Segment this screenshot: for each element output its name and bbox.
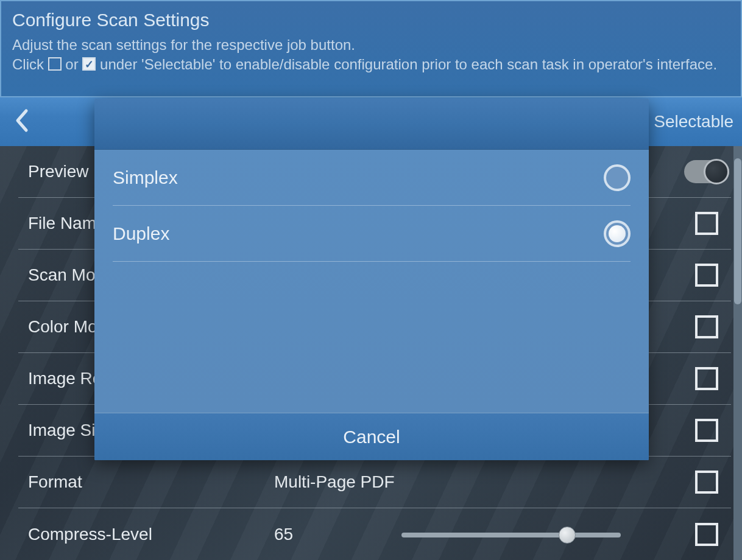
selectable-checkbox[interactable]: [695, 523, 718, 546]
option-simplex[interactable]: Simplex: [113, 150, 631, 206]
toggle-knob-icon: [704, 159, 729, 184]
scrollbar-thumb[interactable]: [734, 158, 741, 304]
selectable-checkbox[interactable]: [695, 419, 718, 442]
modal-header: [94, 99, 649, 150]
checked-checkbox-icon: [82, 57, 96, 71]
header-panel: Configure Scan Settings Adjust the scan …: [0, 0, 742, 97]
cancel-button[interactable]: Cancel: [343, 427, 400, 447]
header-line2-pre: Click: [12, 56, 48, 72]
selectable-checkbox[interactable]: [695, 264, 718, 287]
header-line2-post: under 'Selectable' to enable/disable con…: [100, 56, 717, 72]
header-subtitle-2: Click or under 'Selectable' to enable/di…: [12, 55, 730, 74]
option-label: Simplex: [113, 167, 604, 188]
back-button[interactable]: [0, 108, 43, 135]
selectable-checkbox[interactable]: [695, 471, 718, 494]
row-label: Format: [18, 472, 274, 492]
row-compress-level[interactable]: Compress-Level 65: [18, 508, 731, 560]
modal-body: Simplex Duplex: [94, 150, 649, 413]
scan-mode-picker-modal: Simplex Duplex Cancel: [94, 99, 649, 460]
selectable-column-header: Selectable: [654, 112, 733, 131]
scrollbar[interactable]: [733, 146, 742, 560]
slider-thumb-icon: [559, 527, 576, 544]
chevron-left-icon: [13, 108, 29, 133]
radio-unselected-icon[interactable]: [604, 164, 631, 191]
modal-footer: Cancel: [94, 413, 649, 460]
selectable-checkbox[interactable]: [695, 315, 718, 338]
row-format[interactable]: Format Multi-Page PDF: [18, 457, 731, 508]
selectable-checkbox[interactable]: [695, 212, 718, 235]
compress-slider[interactable]: [401, 533, 621, 537]
unchecked-checkbox-icon: [48, 57, 62, 71]
selectable-checkbox[interactable]: [695, 367, 718, 390]
header-line2-mid: or: [65, 56, 82, 72]
option-label: Duplex: [113, 223, 604, 244]
radio-selected-icon[interactable]: [604, 220, 631, 247]
row-value: 65: [274, 525, 682, 544]
header-subtitle-1: Adjust the scan settings for the respect…: [12, 35, 730, 55]
compress-value: 65: [274, 525, 293, 544]
row-value: Multi-Page PDF: [274, 472, 682, 492]
page-title: Configure Scan Settings: [12, 10, 730, 30]
row-label: Compress-Level: [18, 525, 274, 544]
option-duplex[interactable]: Duplex: [113, 206, 631, 262]
preview-toggle[interactable]: [684, 160, 729, 183]
